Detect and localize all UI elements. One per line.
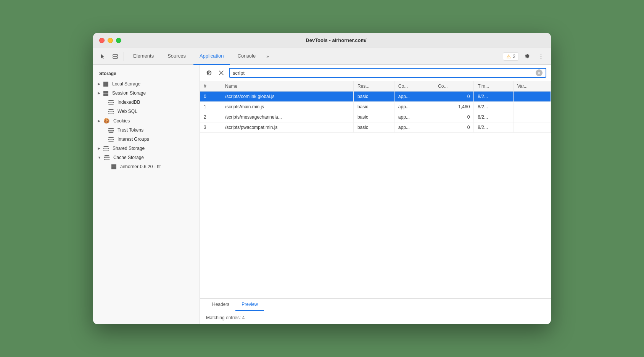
table-row[interactable]: 0 /scripts/comlink.global.js basic app..… <box>200 92 551 102</box>
cell-tim: 8/2... <box>474 92 513 102</box>
refresh-button[interactable] <box>204 68 214 77</box>
titlebar: DevTools - airhorner.com/ <box>93 33 551 48</box>
clear-search-button[interactable] <box>217 68 226 77</box>
settings-icon[interactable] <box>522 51 533 62</box>
more-options-icon[interactable]: ⋮ <box>536 51 546 62</box>
tab-preview[interactable]: Preview <box>235 299 264 311</box>
cell-tim: 8/2... <box>474 102 513 112</box>
search-clear-button[interactable]: ✕ <box>536 69 543 76</box>
sidebar-item-label: Interest Groups <box>118 137 149 142</box>
cell-var <box>513 102 551 112</box>
db-icon <box>103 146 109 151</box>
sidebar-item-interest-groups[interactable]: Interest Groups <box>93 135 200 144</box>
tab-headers[interactable]: Headers <box>206 299 235 311</box>
results-table-container: # Name Res... Co... Co... Tim... Var... … <box>200 81 551 298</box>
cursor-icon[interactable] <box>98 51 108 62</box>
tab-console[interactable]: Console <box>232 48 262 65</box>
tab-application[interactable]: Application <box>193 48 230 65</box>
db-icon <box>108 128 114 133</box>
close-button[interactable] <box>99 38 105 43</box>
expand-icon: ▶ <box>98 91 100 95</box>
cell-name: /scripts/messagechannela... <box>221 112 354 122</box>
db-icon <box>108 109 114 114</box>
results-table: # Name Res... Co... Co... Tim... Var... … <box>200 81 551 133</box>
expand-icon: ▶ <box>98 119 100 123</box>
db-icon <box>108 100 114 105</box>
cell-co2: 1,460 <box>434 102 474 112</box>
sidebar-item-label: Session Storage <box>112 90 146 96</box>
sidebar-item-trust-tokens[interactable]: Trust Tokens <box>93 125 200 135</box>
search-input[interactable] <box>233 70 536 76</box>
table-body: 0 /scripts/comlink.global.js basic app..… <box>200 92 551 133</box>
layers-icon[interactable] <box>110 51 121 62</box>
col-header-tim: Tim... <box>474 81 513 92</box>
sidebar-item-shared-storage[interactable]: ▶ Shared Storage <box>93 144 200 153</box>
cell-name: /scripts/pwacompat.min.js <box>221 122 354 133</box>
bottom-tabs: Headers Preview <box>200 299 551 311</box>
sidebar-item-label: Cookies <box>113 118 130 124</box>
toolbar-right: ⚠ 2 ⋮ <box>503 51 546 62</box>
sidebar-item-label: Cache Storage <box>113 155 144 160</box>
cell-tim: 8/2... <box>474 122 513 133</box>
tab-elements[interactable]: Elements <box>127 48 160 65</box>
table-row[interactable]: 3 /scripts/pwacompat.min.js basic app...… <box>200 122 551 133</box>
warning-badge[interactable]: ⚠ 2 <box>503 52 519 61</box>
sidebar-item-cache-entry[interactable]: airhorner-0.6.20 - ht <box>93 162 200 171</box>
bottom-panel: Headers Preview Matching entries: 4 <box>200 298 551 324</box>
table-icon <box>111 164 116 169</box>
sidebar: Storage ▶ Local Storage ▶ Session Storag… <box>93 65 200 324</box>
more-tabs-button[interactable]: » <box>263 52 272 61</box>
sidebar-item-label: airhorner-0.6.20 - ht <box>120 164 161 169</box>
cell-res: basic <box>353 112 394 122</box>
cell-var <box>513 92 551 102</box>
cell-name: /scripts/comlink.global.js <box>221 92 354 102</box>
cell-num: 2 <box>200 112 221 122</box>
window-title: DevTools - airhorner.com/ <box>127 37 545 43</box>
sidebar-item-local-storage[interactable]: ▶ Local Storage <box>93 79 200 88</box>
traffic-lights <box>99 38 121 43</box>
cell-var <box>513 112 551 122</box>
search-bar: ✕ <box>200 65 551 81</box>
cookie-icon: 🍪 <box>103 118 109 124</box>
sidebar-item-cookies[interactable]: ▶ 🍪 Cookies <box>93 116 200 125</box>
warning-count: 2 <box>513 54 515 59</box>
main-content: Storage ▶ Local Storage ▶ Session Storag… <box>93 65 551 324</box>
toolbar-divider-1 <box>124 52 124 61</box>
cell-co1: app... <box>394 92 434 102</box>
cell-num: 1 <box>200 102 221 112</box>
sidebar-item-label: Local Storage <box>112 81 140 87</box>
table-header-row: # Name Res... Co... Co... Tim... Var... <box>200 81 551 92</box>
svg-rect-1 <box>113 57 118 58</box>
sidebar-item-label: Web SQL <box>118 109 137 114</box>
table-icon <box>103 91 108 96</box>
sidebar-item-cache-storage[interactable]: ▼ Cache Storage <box>93 153 200 162</box>
db-icon <box>104 155 109 160</box>
tab-sources[interactable]: Sources <box>161 48 192 65</box>
toolbar: Elements Sources Application Console » ⚠… <box>93 48 551 65</box>
main-panel: ✕ # Name Res... Co... Co... Tim... Var <box>200 65 551 324</box>
col-header-co1: Co... <box>394 81 434 92</box>
cell-res: basic <box>353 102 394 112</box>
cell-co1: app... <box>394 122 434 133</box>
expand-icon: ▶ <box>98 82 100 86</box>
cell-name: /scripts/main.min.js <box>221 102 354 112</box>
cell-co2: 0 <box>434 122 474 133</box>
cell-res: basic <box>353 122 394 133</box>
minimize-button[interactable] <box>108 38 113 43</box>
maximize-button[interactable] <box>116 38 121 43</box>
sidebar-item-indexeddb[interactable]: IndexedDB <box>93 98 200 107</box>
cell-co1: app... <box>394 112 434 122</box>
db-icon <box>108 137 114 142</box>
cell-var <box>513 122 551 133</box>
cell-co2: 0 <box>434 92 474 102</box>
table-row[interactable]: 2 /scripts/messagechannela... basic app.… <box>200 112 551 122</box>
warning-icon: ⚠ <box>506 53 511 60</box>
sidebar-item-session-storage[interactable]: ▶ Session Storage <box>93 88 200 98</box>
col-header-name: Name <box>221 81 354 92</box>
expand-icon: ▼ <box>98 156 101 159</box>
cell-num: 3 <box>200 122 221 133</box>
sidebar-item-web-sql[interactable]: Web SQL <box>93 107 200 116</box>
expand-icon: ▶ <box>98 146 100 150</box>
table-row[interactable]: 1 /scripts/main.min.js basic app... 1,46… <box>200 102 551 112</box>
col-header-co2: Co... <box>434 81 474 92</box>
